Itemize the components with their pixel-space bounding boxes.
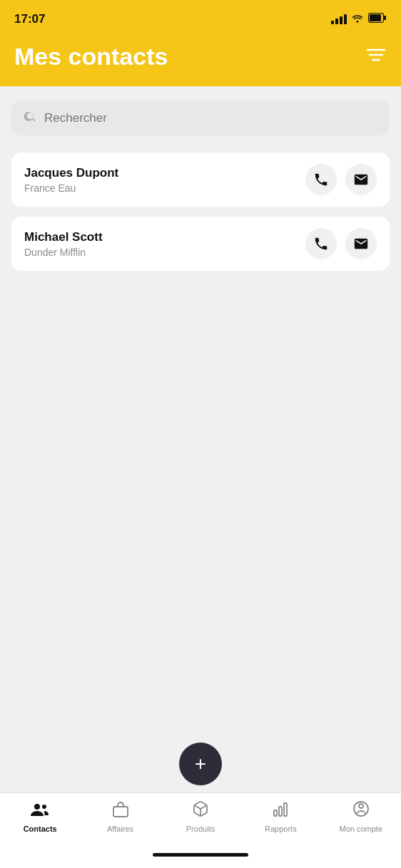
contact-info: Michael Scott Dunder Mifflin: [24, 230, 103, 258]
svg-point-7: [42, 805, 46, 809]
nav-item-moncompte[interactable]: Mon compte: [336, 800, 386, 833]
main-content: Jacques Dupont France Eau Michael Scott …: [0, 86, 401, 728]
mail-icon: [353, 236, 369, 252]
header: Mes contacts: [0, 36, 401, 86]
status-bar: 17:07: [0, 0, 401, 36]
svg-point-14: [359, 804, 363, 808]
rapports-nav-icon: [272, 802, 289, 822]
call-button[interactable]: [305, 164, 337, 195]
nav-item-affaires[interactable]: Affaires: [96, 802, 146, 833]
contact-actions: [305, 228, 377, 259]
email-button[interactable]: [345, 228, 377, 259]
battery-icon: [368, 13, 387, 26]
nav-item-produits[interactable]: Produits: [176, 800, 225, 833]
search-bar[interactable]: [11, 100, 390, 135]
filter-icon[interactable]: [365, 47, 387, 67]
contact-info: Jacques Dupont France Eau: [24, 166, 118, 194]
status-time: 17:07: [14, 12, 45, 26]
produits-nav-icon: [192, 800, 209, 822]
rapports-nav-label: Rapports: [265, 825, 297, 833]
page-title: Mes contacts: [14, 43, 168, 71]
email-button[interactable]: [345, 164, 377, 195]
svg-rect-8: [113, 807, 128, 817]
produits-nav-label: Produits: [186, 825, 215, 833]
affaires-nav-icon: [112, 802, 129, 822]
search-icon: [23, 109, 37, 127]
svg-rect-2: [384, 16, 386, 20]
contact-actions: [305, 164, 377, 195]
contact-card[interactable]: Jacques Dupont France Eau: [11, 153, 390, 207]
mail-icon: [353, 172, 369, 187]
home-indicator: [153, 853, 248, 857]
moncompte-nav-label: Mon compte: [339, 825, 382, 833]
contacts-nav-icon: [31, 802, 49, 822]
contact-name: Michael Scott: [24, 230, 103, 244]
svg-rect-10: [274, 810, 277, 816]
svg-point-6: [34, 804, 40, 810]
svg-rect-11: [279, 807, 282, 816]
moncompte-nav-icon: [352, 800, 370, 822]
contact-card[interactable]: Michael Scott Dunder Mifflin: [11, 217, 390, 271]
contact-name: Jacques Dupont: [24, 166, 118, 180]
status-icons: [331, 13, 387, 26]
search-input[interactable]: [44, 111, 378, 125]
fab-container: +: [0, 728, 401, 792]
svg-rect-1: [370, 14, 381, 21]
bottom-nav: Contacts Affaires Produits: [0, 792, 401, 853]
call-button[interactable]: [305, 228, 337, 259]
add-contact-button[interactable]: +: [179, 743, 222, 785]
svg-rect-12: [284, 803, 287, 816]
phone-icon: [313, 172, 329, 187]
contact-company: Dunder Mifflin: [24, 247, 103, 258]
nav-item-contacts[interactable]: Contacts: [15, 802, 65, 833]
phone-icon: [313, 236, 329, 252]
contact-company: France Eau: [24, 182, 118, 194]
affaires-nav-label: Affaires: [107, 825, 133, 833]
signal-icon: [331, 14, 347, 24]
contacts-nav-label: Contacts: [24, 825, 57, 833]
nav-item-rapports[interactable]: Rapports: [255, 802, 305, 833]
wifi-icon: [351, 13, 364, 26]
